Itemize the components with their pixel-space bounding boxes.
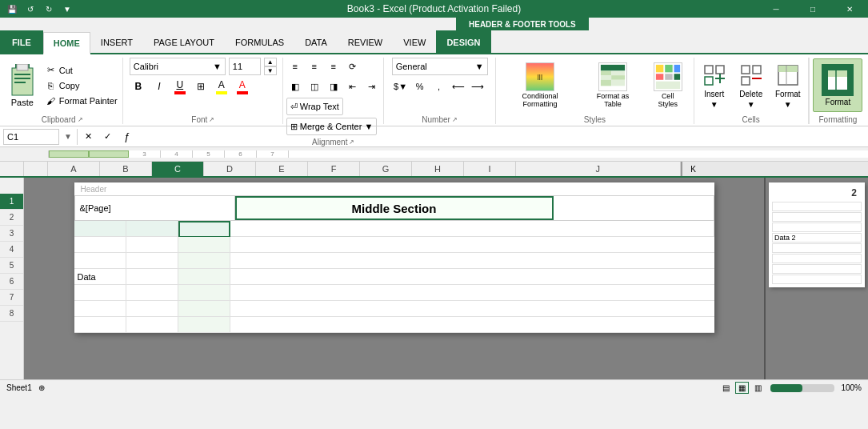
header-right-section[interactable]: [554, 196, 714, 220]
insert-button[interactable]: Insert ▼: [697, 59, 732, 112]
font-name-selector[interactable]: Calibri ▼: [130, 58, 226, 75]
format-cells-button[interactable]: Format ▼: [770, 59, 806, 112]
confirm-formula-btn[interactable]: ✓: [100, 129, 116, 145]
insert-function-btn[interactable]: ƒ: [119, 129, 135, 145]
zoom-slider[interactable]: [770, 384, 834, 392]
cell-a3[interactable]: [74, 253, 126, 268]
increase-decimal-button[interactable]: ⟶: [469, 78, 486, 95]
cell-c2[interactable]: [178, 237, 230, 252]
cell-b6[interactable]: [126, 301, 178, 316]
clipboard-expand-icon[interactable]: ↗: [78, 116, 83, 123]
cell-c3[interactable]: [178, 253, 230, 268]
tab-insert[interactable]: INSERT: [90, 30, 143, 53]
name-box-dropdown[interactable]: ▼: [62, 132, 74, 141]
font-color-button[interactable]: A: [234, 78, 251, 95]
align-top-center-button[interactable]: ≡: [306, 58, 323, 75]
percent-button[interactable]: %: [411, 78, 429, 95]
cell-styles-button[interactable]: Cell Styles: [647, 59, 689, 112]
col-header-b[interactable]: B: [100, 162, 152, 176]
cell-c5[interactable]: [178, 285, 230, 300]
cell-b7[interactable]: [126, 317, 178, 332]
minimize-btn[interactable]: ─: [758, 0, 794, 18]
comma-button[interactable]: ,: [430, 78, 448, 95]
header-left-section[interactable]: &[Page]: [75, 196, 235, 220]
maximize-btn[interactable]: □: [794, 0, 831, 18]
paste-button[interactable]: Paste: [4, 61, 41, 110]
align-top-left-button[interactable]: ≡: [286, 58, 304, 75]
cut-button[interactable]: ✂ Cut: [42, 63, 121, 78]
cell-a7[interactable]: [74, 317, 126, 332]
align-left-button[interactable]: ◧: [286, 78, 304, 95]
cell-c4[interactable]: [178, 269, 230, 284]
cell-b5[interactable]: [126, 285, 178, 300]
formatting-button[interactable]: Format: [813, 58, 862, 112]
align-right-button[interactable]: ◨: [325, 78, 342, 95]
underline-button[interactable]: U: [171, 78, 189, 95]
indent-increase-button[interactable]: ⇥: [363, 78, 381, 95]
decrease-decimal-button[interactable]: ⟵: [450, 78, 467, 95]
copy-button[interactable]: ⎘ Copy: [42, 78, 121, 93]
merge-center-button[interactable]: ⊞ Merge & Center ▼: [286, 118, 378, 135]
save-btn[interactable]: 💾: [4, 1, 20, 17]
borders-button[interactable]: ⊞: [192, 78, 210, 95]
tab-view[interactable]: VIEW: [393, 30, 436, 53]
format-as-table-button[interactable]: Format as Table: [584, 59, 642, 112]
cell-reference-box[interactable]: C1: [3, 129, 59, 145]
col-header-g[interactable]: G: [360, 162, 412, 176]
conditional-formatting-button[interactable]: ||| Conditional Formatting: [501, 59, 579, 112]
redo-btn[interactable]: ↻: [41, 1, 57, 17]
cell-data-label[interactable]: Data: [74, 269, 126, 285]
tab-review[interactable]: REVIEW: [338, 30, 393, 53]
font-expand-icon[interactable]: ↗: [209, 116, 214, 123]
orientation-button[interactable]: ⟳: [344, 58, 362, 75]
cancel-formula-btn[interactable]: ✕: [81, 129, 97, 145]
cell-a1[interactable]: [74, 221, 126, 237]
tab-home[interactable]: HOME: [43, 32, 90, 54]
fill-color-button[interactable]: A: [213, 78, 230, 95]
col-header-k[interactable]: K: [681, 162, 705, 176]
tab-formulas[interactable]: FORMULAS: [225, 30, 294, 53]
cell-d1-rest[interactable]: [230, 221, 714, 237]
delete-button[interactable]: Delete ▼: [734, 59, 769, 112]
col-header-d[interactable]: D: [204, 162, 256, 176]
font-size-decrease[interactable]: ▼: [264, 66, 277, 75]
customize-btn[interactable]: ▼: [59, 1, 75, 17]
align-center-button[interactable]: ◫: [306, 78, 323, 95]
col-header-j[interactable]: J: [516, 162, 681, 176]
cell-a2[interactable]: [74, 237, 126, 252]
align-top-right-button[interactable]: ≡: [325, 58, 342, 75]
col-header-h[interactable]: H: [412, 162, 464, 176]
cell-b1[interactable]: [126, 221, 178, 237]
formula-input[interactable]: [138, 129, 865, 145]
close-btn[interactable]: ✕: [831, 0, 868, 18]
col-header-e[interactable]: E: [256, 162, 308, 176]
cell-c7[interactable]: [178, 317, 230, 332]
number-format-selector[interactable]: General ▼: [392, 58, 488, 75]
cell-a5[interactable]: [74, 285, 126, 300]
bold-button[interactable]: B: [130, 78, 147, 95]
cell-c6[interactable]: [178, 301, 230, 316]
header-middle-section[interactable]: Middle Section: [235, 196, 554, 220]
sheet-tab[interactable]: Sheet1: [6, 383, 32, 392]
cell-b4[interactable]: [126, 269, 178, 284]
page-break-preview-btn[interactable]: ▥: [752, 383, 764, 393]
col-header-i[interactable]: I: [464, 162, 516, 176]
undo-btn[interactable]: ↺: [22, 1, 38, 17]
number-expand-icon[interactable]: ↗: [452, 116, 458, 123]
tab-file[interactable]: FILE: [0, 30, 43, 53]
italic-button[interactable]: I: [150, 78, 168, 95]
cell-a6[interactable]: [74, 301, 126, 316]
cell-b2[interactable]: [126, 237, 178, 252]
currency-button[interactable]: $▼: [392, 78, 410, 95]
font-size-input[interactable]: 11: [229, 58, 261, 75]
page-layout-view-btn[interactable]: ▦: [735, 382, 749, 394]
format-painter-button[interactable]: 🖌 Format Painter: [42, 94, 121, 108]
wrap-text-button[interactable]: ⏎ Wrap Text: [286, 98, 343, 115]
tab-design[interactable]: DESIGN: [436, 30, 490, 53]
alignment-expand-icon[interactable]: ↗: [349, 138, 354, 146]
cell-c1-active[interactable]: [178, 221, 230, 237]
cell-b3[interactable]: [126, 253, 178, 268]
col-header-f[interactable]: F: [308, 162, 360, 176]
font-size-increase[interactable]: ▲: [264, 58, 277, 66]
normal-view-btn[interactable]: ▤: [720, 383, 732, 393]
